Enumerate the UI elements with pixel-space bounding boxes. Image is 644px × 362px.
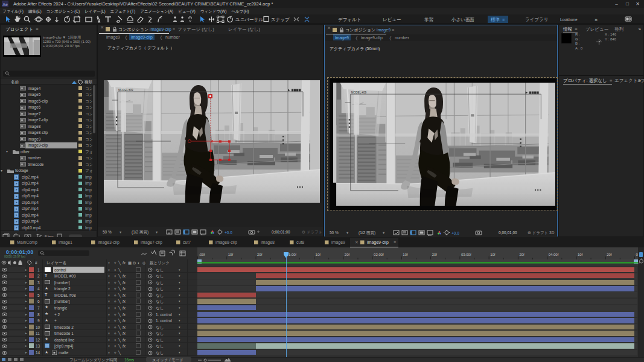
svg-text:フレームレンダリング時間: フレームレンダリング時間 [69,358,117,362]
svg-text:▦: ▦ [128,261,132,265]
svg-text:スナップ: スナップ [271,17,290,22]
svg-text:⛭: ⛭ [133,261,136,265]
svg-text:20f: 20f [345,253,350,256]
svg-text:◐: ◐ [138,261,140,265]
svg-text:02:00f: 02:00f [374,253,384,256]
svg-text:MainComp: MainComp [17,240,37,245]
svg-text:#: # [35,261,37,265]
svg-text:03:00f: 03:00f [461,253,471,256]
svg-text:10f: 10f [578,253,583,256]
svg-text:image8: image8 [261,240,275,245]
svg-text:image9-clip: image9-clip [367,240,389,245]
svg-text:学習: 学習 [424,17,433,22]
svg-text:image1: image1 [59,240,72,245]
svg-text:cut8: cut8 [296,240,304,244]
svg-text:image7-clip: image7-clip [141,240,162,245]
svg-text::00f: :00f [199,253,205,256]
svg-text:ユニバーサル: ユニバーサル [235,17,263,22]
svg-text:20f: 20f [607,253,612,256]
svg-text:fx: fx [123,261,126,265]
svg-text:♆: ♆ [107,261,110,265]
svg-text:»: » [595,17,598,23]
svg-text:+0.0: +0.0 [451,231,459,235]
svg-text:✧: ✧ [113,261,117,265]
svg-text:cut7: cut7 [183,240,191,244]
svg-text:◎: ◎ [142,261,146,265]
svg-text:image3-clip: image3-clip [98,240,120,245]
svg-text:16ms: 16ms [124,358,135,362]
svg-text:10f: 10f [490,253,496,256]
svg-text:≡: ≡ [502,17,505,22]
svg-text:≡: ≡ [394,240,396,244]
svg-text:小さい画面: 小さい画面 [451,17,474,22]
svg-text:レイヤー名: レイヤー名 [46,261,66,265]
svg-text:Ae: Ae [2,2,8,7]
svg-text:20f: 20f [257,253,263,256]
svg-text:10f: 10f [228,253,234,256]
svg-text:10f: 10f [316,253,321,256]
svg-text:+0.0: +0.0 [225,230,232,235]
svg-text:標準: 標準 [491,17,500,22]
svg-text:レビュー: レビュー [383,17,401,22]
svg-text:20f: 20f [519,253,524,256]
svg-text:親とリンク: 親とリンク [150,261,170,265]
svg-text:デフォルト: デフォルト [338,17,361,22]
svg-text:Lookbone: Lookbone [560,17,578,22]
svg-text:20f: 20f [432,253,438,256]
svg-text:image8-clip: image8-clip [215,240,237,245]
svg-text:image9: image9 [331,240,345,245]
svg-text:10f: 10f [403,253,408,256]
svg-text:スイッチ / モード: スイッチ / モード [152,358,183,362]
svg-text:✕: ✕ [355,240,359,244]
svg-text:04:00f: 04:00f [549,253,559,256]
svg-text:ライブラリ: ライブラリ [525,17,548,22]
